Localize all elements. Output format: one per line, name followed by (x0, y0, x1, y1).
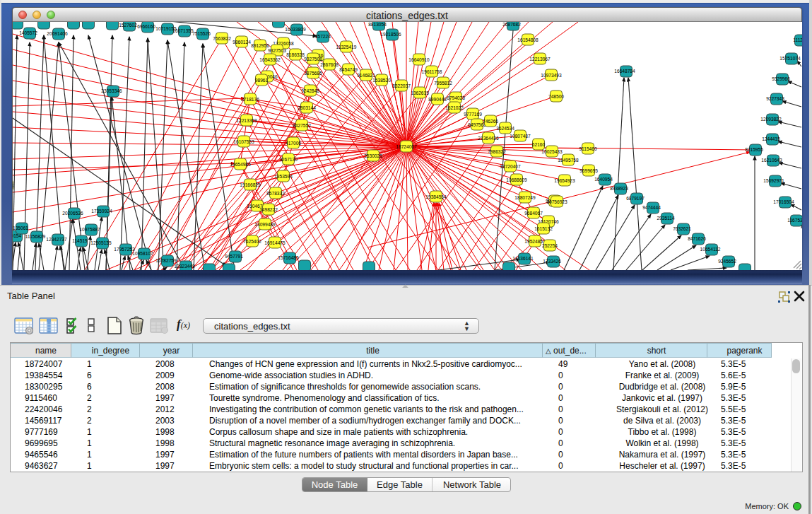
svg-text:9777169: 9777169 (464, 112, 482, 117)
svg-text:1621022: 1621022 (445, 105, 464, 110)
svg-text:19654985: 19654985 (230, 162, 251, 167)
svg-text:1538520: 1538520 (372, 78, 391, 83)
svg-text:10756923: 10756923 (546, 199, 567, 204)
svg-text:19384554: 19384554 (425, 194, 447, 199)
svg-text:12342737: 12342737 (46, 237, 67, 242)
svg-text:18720407: 18720407 (500, 164, 521, 169)
svg-text:748500: 748500 (548, 94, 564, 99)
svg-text:8938923: 8938923 (610, 186, 628, 191)
svg-text:1244415: 1244415 (762, 136, 780, 141)
svg-text:9327503: 9327503 (268, 48, 286, 53)
svg-text:9329966: 9329966 (772, 76, 790, 81)
svg-text:16543362: 16543362 (259, 57, 281, 62)
svg-text:8215955: 8215955 (745, 147, 763, 152)
svg-text:10807487: 10807487 (510, 134, 531, 139)
svg-text:14136141: 14136141 (512, 256, 534, 261)
svg-text:18807249: 18807249 (514, 195, 536, 200)
svg-text:10025433: 10025433 (541, 149, 563, 154)
svg-text:11325419: 11325419 (336, 45, 357, 49)
svg-text:9457791: 9457791 (225, 254, 243, 259)
svg-text:9115460: 9115460 (579, 146, 597, 151)
svg-text:417006: 417006 (286, 141, 301, 146)
svg-text:1527602: 1527602 (119, 23, 137, 28)
svg-text:17016504: 17016504 (773, 199, 794, 204)
svg-text:116753: 116753 (787, 218, 802, 223)
svg-text:8427552: 8427552 (293, 123, 311, 128)
svg-text:7357224: 7357224 (312, 34, 331, 39)
svg-text:746266: 746266 (483, 119, 498, 124)
svg-text:16914475: 16914475 (264, 240, 286, 245)
svg-text:15751074: 15751074 (779, 56, 801, 61)
svg-text:8912956: 8912956 (251, 43, 269, 48)
svg-text:2530029: 2530029 (364, 153, 382, 158)
svg-text:10975887: 10975887 (79, 227, 100, 232)
svg-text:8990448: 8990448 (428, 97, 447, 102)
svg-text:1615132: 1615132 (534, 226, 553, 231)
svg-text:8471626: 8471626 (688, 236, 706, 241)
svg-text:3875685: 3875685 (304, 71, 322, 76)
svg-text:6966160: 6966160 (137, 24, 155, 29)
svg-text:19611758: 19611758 (422, 69, 442, 74)
svg-text:12213967: 12213967 (529, 57, 551, 62)
svg-text:10688609: 10688609 (506, 177, 527, 182)
svg-text:18495758: 18495758 (558, 158, 579, 163)
svg-text:2935114: 2935114 (657, 216, 675, 221)
svg-text:15716485: 15716485 (278, 255, 299, 260)
svg-text:7515526: 7515526 (192, 31, 211, 36)
svg-text:1362615: 1362615 (411, 90, 429, 95)
svg-text:9684067: 9684067 (524, 211, 543, 216)
svg-text:9245652: 9245652 (718, 259, 736, 264)
svg-text:114519: 114519 (72, 238, 88, 243)
svg-text:6879197: 6879197 (626, 196, 645, 201)
svg-text:6794028: 6794028 (447, 95, 465, 100)
svg-text:19654923: 19654923 (554, 178, 575, 183)
svg-text:10973493: 10973493 (541, 73, 562, 78)
svg-text:62160: 62160 (532, 142, 546, 147)
svg-text:20206536: 20206536 (62, 211, 83, 216)
svg-text:135061: 135061 (13, 226, 28, 230)
svg-text:9860124: 9860124 (233, 40, 251, 45)
svg-text:1733426: 1733426 (543, 259, 561, 264)
svg-text:1353594: 1353594 (274, 174, 293, 179)
svg-text:8813054: 8813054 (368, 22, 387, 27)
svg-text:7625402: 7625402 (243, 239, 261, 244)
svg-text:1405572: 1405572 (19, 30, 37, 35)
svg-text:12505135: 12505135 (90, 240, 112, 245)
svg-text:23053346: 23053346 (101, 88, 122, 93)
svg-text:7632621: 7632621 (673, 226, 691, 231)
svg-text:1640954: 1640954 (594, 177, 613, 182)
svg-text:10654112: 10654112 (700, 247, 721, 252)
svg-text:9227343: 9227343 (766, 96, 784, 101)
svg-text:20691406: 20691406 (47, 31, 68, 36)
svg-text:9146821: 9146821 (357, 73, 375, 78)
svg-text:7986322: 7986322 (488, 149, 506, 154)
svg-text:12323448: 12323448 (174, 264, 195, 269)
svg-text:11123: 11123 (793, 37, 802, 42)
svg-text:7955812: 7955812 (434, 81, 452, 86)
svg-text:2867608: 2867608 (320, 62, 339, 67)
svg-text:252254: 252254 (542, 243, 558, 248)
svg-text:8322037: 8322037 (392, 83, 411, 88)
svg-text:16107553: 16107553 (233, 139, 254, 144)
svg-text:3624534: 3624534 (496, 126, 514, 131)
svg-text:12093822: 12093822 (760, 117, 782, 122)
svg-text:16648784: 16648784 (614, 69, 635, 74)
svg-text:2718176: 2718176 (241, 97, 259, 102)
svg-text:9474444: 9474444 (642, 205, 661, 210)
svg-text:18724007: 18724007 (396, 144, 417, 149)
svg-text:3498222: 3498222 (259, 207, 278, 212)
svg-text:11156829: 11156829 (25, 234, 46, 239)
svg-text:7663822: 7663822 (213, 36, 231, 41)
svg-text:8454749: 8454749 (339, 67, 358, 72)
svg-text:9327508: 9327508 (304, 57, 322, 62)
svg-text:17359924: 17359924 (91, 209, 112, 214)
svg-text:21364436: 21364436 (478, 136, 499, 141)
svg-text:9699695: 9699695 (579, 168, 598, 173)
svg-text:98961: 98961 (255, 78, 269, 83)
svg-text:15692971: 15692971 (763, 178, 784, 183)
svg-text:16154808: 16154808 (517, 37, 539, 42)
svg-text:3267130: 3267130 (279, 157, 298, 162)
svg-text:16671355: 16671355 (172, 28, 194, 33)
svg-text:16033809: 16033809 (285, 27, 306, 32)
svg-text:8186328: 8186328 (286, 52, 305, 57)
